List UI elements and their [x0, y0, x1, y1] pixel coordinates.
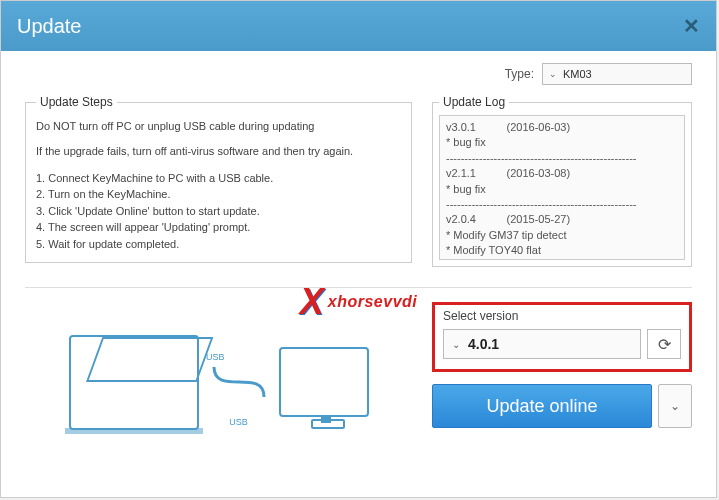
refresh-button[interactable]: ⟳: [647, 329, 681, 359]
step-4: 4. The screen will appear 'Updating' pro…: [36, 219, 401, 236]
pc-monitor-icon: [279, 347, 369, 417]
chevron-down-icon: ⌄: [452, 339, 460, 350]
update-online-label: Update online: [486, 396, 597, 417]
update-online-button[interactable]: Update online: [432, 384, 652, 428]
divider: [25, 287, 692, 288]
update-log-box: Update Log v3.0.1 (2016-06-03) * bug fix…: [432, 95, 692, 267]
usb-cable-icon: USB: [209, 357, 269, 407]
chevron-down-icon: ⌄: [549, 69, 557, 79]
version-select[interactable]: ⌄ 4.0.1: [443, 329, 641, 359]
select-version-label: Select version: [443, 309, 681, 323]
keymachine-icon: USB: [69, 335, 199, 430]
type-select[interactable]: ⌄ KM03: [542, 63, 692, 85]
step-1: 1. Connect KeyMachine to PC with a USB c…: [36, 170, 401, 187]
chevron-down-icon: ⌄: [670, 399, 680, 413]
usb-label-2: USB: [229, 417, 248, 427]
window-title: Update: [17, 15, 82, 38]
update-log-legend: Update Log: [439, 95, 509, 109]
version-value: 4.0.1: [468, 336, 499, 352]
select-version-box: Select version ⌄ 4.0.1 ⟳: [432, 302, 692, 372]
step-5: 5. Wait for update completed.: [36, 236, 401, 253]
refresh-icon: ⟳: [658, 335, 671, 354]
step-2: 2. Turn on the KeyMachine.: [36, 186, 401, 203]
update-steps-box: Update Steps Do NOT turn off PC or unplu…: [25, 95, 412, 263]
type-row: Type: ⌄ KM03: [25, 63, 692, 85]
connection-diagram: USB USB: [25, 302, 412, 462]
type-value: KM03: [563, 68, 592, 80]
type-label: Type:: [505, 67, 534, 81]
update-log-text[interactable]: v3.0.1 (2016-06-03) * bug fix ----------…: [439, 115, 685, 260]
titlebar: Update ✕: [1, 1, 716, 51]
steps-fail-hint: If the upgrade fails, turn off anti-viru…: [36, 144, 401, 159]
steps-warning: Do NOT turn off PC or unplug USB cable d…: [36, 119, 401, 134]
step-3: 3. Click 'Update Online' button to start…: [36, 203, 401, 220]
update-window: Update ✕ Type: ⌄ KM03 Update Steps Do NO…: [0, 0, 717, 498]
close-icon[interactable]: ✕: [683, 14, 700, 38]
update-dropdown-button[interactable]: ⌄: [658, 384, 692, 428]
update-steps-legend: Update Steps: [36, 95, 117, 109]
